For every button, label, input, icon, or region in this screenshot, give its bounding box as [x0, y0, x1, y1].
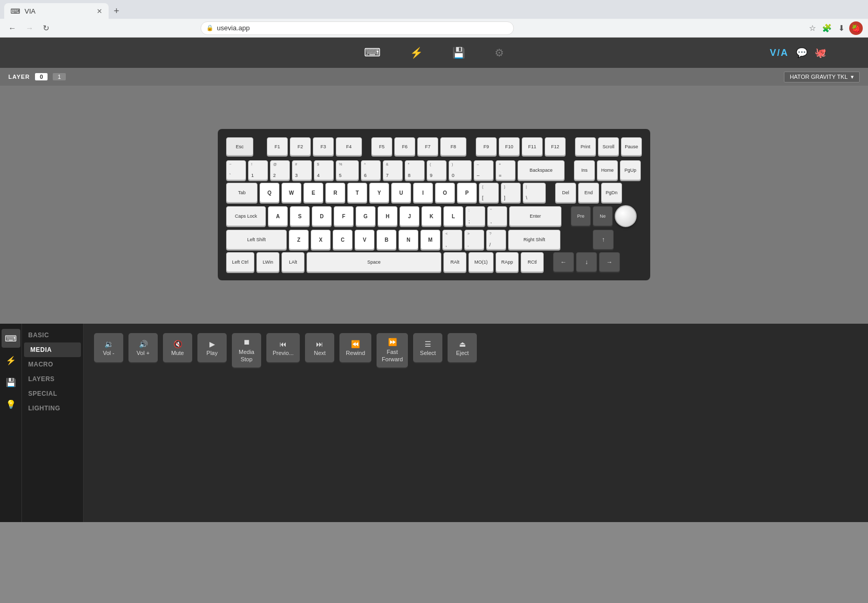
media-btn-vol-down[interactable]: 🔉 Vol -	[94, 333, 123, 362]
key-pause[interactable]: Pause	[621, 137, 642, 156]
sidebar-item-basic[interactable]: BASIC	[22, 328, 83, 342]
key-7[interactable]: &7	[383, 160, 403, 180]
key-y[interactable]: Y	[369, 183, 389, 203]
key-rbracket[interactable]: }]	[501, 183, 521, 203]
key-esc[interactable]: Esc	[226, 137, 253, 156]
tab-close-icon[interactable]: ✕	[97, 7, 102, 15]
key-g[interactable]: G	[356, 206, 376, 226]
media-btn-next[interactable]: ⏭ Next	[305, 333, 334, 362]
active-tab[interactable]: ⌨ VIA ✕	[4, 3, 109, 19]
usb-nav-button[interactable]: ⚡	[406, 42, 427, 63]
key-0[interactable]: )0	[449, 160, 472, 180]
key-8[interactable]: *8	[405, 160, 425, 180]
nav-forward-button[interactable]: →	[22, 21, 37, 34]
knob[interactable]	[615, 205, 637, 227]
media-btn-fast-forward[interactable]: ⏩ FastForward	[377, 333, 408, 368]
key-n[interactable]: N	[398, 230, 418, 250]
sidebar-item-macro[interactable]: MACRO	[22, 357, 83, 372]
key-f3[interactable]: F3	[313, 137, 334, 156]
key-f10[interactable]: F10	[499, 137, 520, 156]
key-space[interactable]: Space	[307, 252, 441, 272]
key-f9[interactable]: F9	[476, 137, 497, 156]
key-up[interactable]: ↑	[593, 230, 614, 250]
new-tab-button[interactable]: +	[109, 3, 124, 19]
key-f[interactable]: F	[334, 206, 354, 226]
key-lwin[interactable]: LWin	[256, 252, 279, 272]
nav-refresh-button[interactable]: ↻	[40, 21, 53, 35]
key-capslock[interactable]: Caps Lock	[226, 206, 266, 226]
key-m[interactable]: M	[420, 230, 440, 250]
layer-1-button[interactable]: 1	[53, 73, 65, 80]
key-rapp[interactable]: RApp	[496, 252, 519, 272]
settings-nav-button[interactable]: ⚙	[490, 42, 508, 63]
key-f11[interactable]: F11	[522, 137, 543, 156]
key-t[interactable]: T	[347, 183, 367, 203]
download-button[interactable]: ⬇	[836, 21, 847, 35]
key-lbracket[interactable]: {[	[479, 183, 499, 203]
sidebar-icon-keyboard[interactable]: ⌨	[2, 329, 20, 348]
github-icon[interactable]: 🐙	[815, 47, 826, 58]
key-backslash[interactable]: |\	[523, 183, 546, 203]
key-pgup[interactable]: PgUp	[620, 160, 641, 180]
key-ins[interactable]: Ins	[574, 160, 595, 180]
key-rctl[interactable]: RCtl	[521, 252, 544, 272]
key-h[interactable]: H	[378, 206, 397, 226]
nav-back-button[interactable]: ←	[5, 21, 19, 34]
media-btn-play[interactable]: ▶ Play	[197, 333, 227, 362]
profile-avatar[interactable]: 🍓	[849, 21, 863, 35]
key-f2[interactable]: F2	[290, 137, 311, 156]
key-e[interactable]: E	[303, 183, 323, 203]
bookmark-button[interactable]: ☆	[807, 21, 818, 35]
layer-0-button[interactable]: 0	[35, 73, 48, 80]
key-f12[interactable]: F12	[545, 137, 566, 156]
key-f4[interactable]: F4	[336, 137, 362, 156]
key-f7[interactable]: F7	[417, 137, 438, 156]
key-tilde[interactable]: ~ `	[226, 160, 246, 180]
media-btn-eject[interactable]: ⏏ Eject	[448, 333, 477, 362]
keyboard-selector[interactable]: HATOR GRAVITY TKL ▾	[784, 72, 860, 82]
key-lctrl[interactable]: Left Ctrl	[226, 252, 254, 272]
key-equals[interactable]: +=	[496, 160, 515, 180]
media-btn-previous[interactable]: ⏮ Previo...	[266, 333, 300, 362]
key-mo1[interactable]: MO(1)	[468, 252, 494, 272]
key-slash[interactable]: ?/	[486, 230, 506, 250]
sidebar-item-special[interactable]: SPECIAL	[22, 386, 83, 401]
key-lshift[interactable]: Left Shift	[226, 230, 287, 250]
media-btn-rewind[interactable]: ⏪ Rewind	[339, 333, 371, 362]
key-v[interactable]: V	[355, 230, 374, 250]
key-f8[interactable]: F8	[440, 137, 466, 156]
key-f1[interactable]: F1	[267, 137, 288, 156]
save-nav-button[interactable]: 💾	[448, 42, 470, 63]
key-next-media[interactable]: Ne	[593, 206, 613, 226]
key-f6[interactable]: F6	[394, 137, 415, 156]
key-q[interactable]: Q	[260, 183, 279, 203]
key-home[interactable]: Home	[597, 160, 618, 180]
key-enter[interactable]: Enter	[509, 206, 561, 226]
media-btn-vol-up[interactable]: 🔊 Vol +	[128, 333, 158, 362]
key-tab[interactable]: Tab	[226, 183, 257, 203]
key-6[interactable]: ^6	[361, 160, 381, 180]
key-2[interactable]: @2	[270, 160, 290, 180]
key-9[interactable]: (9	[427, 160, 447, 180]
key-z[interactable]: Z	[289, 230, 309, 250]
key-comma[interactable]: <,	[442, 230, 462, 250]
key-pgdn[interactable]: PgDn	[601, 183, 622, 203]
media-btn-select[interactable]: ☰ Select	[413, 333, 442, 362]
sidebar-item-lighting[interactable]: LIGHTING	[22, 401, 83, 416]
key-l[interactable]: L	[443, 206, 463, 226]
address-bar[interactable]: 🔒 usevia.app	[201, 21, 514, 35]
key-scroll[interactable]: Scroll	[598, 137, 619, 156]
keyboard-nav-button[interactable]: ⌨	[360, 42, 385, 64]
discord-icon[interactable]: 💬	[796, 47, 807, 58]
key-x[interactable]: X	[311, 230, 331, 250]
extensions-button[interactable]: 🧩	[820, 21, 834, 35]
key-4[interactable]: $4	[314, 160, 334, 180]
key-ralt[interactable]: RAlt	[443, 252, 466, 272]
key-down[interactable]: ↓	[576, 252, 597, 272]
key-a[interactable]: A	[268, 206, 288, 226]
key-right[interactable]: →	[599, 252, 620, 272]
key-f5[interactable]: F5	[371, 137, 392, 156]
key-c[interactable]: C	[333, 230, 353, 250]
key-i[interactable]: I	[413, 183, 433, 203]
key-s[interactable]: S	[290, 206, 310, 226]
